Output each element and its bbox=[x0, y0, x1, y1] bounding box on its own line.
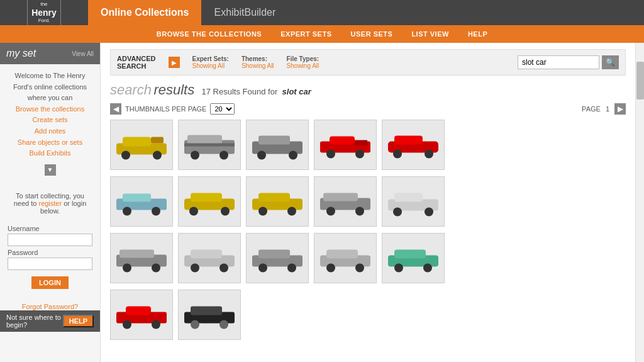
svg-point-21 bbox=[393, 150, 402, 159]
thumb-item-10[interactable] bbox=[382, 176, 445, 227]
sidebar-content: Welcome to The Henry Ford's online colle… bbox=[0, 64, 100, 187]
create-sets-link[interactable]: Create sets bbox=[8, 115, 92, 126]
thumb-item-12[interactable] bbox=[178, 233, 241, 283]
results-title-prefix: search bbox=[110, 82, 152, 98]
prev-page-button[interactable]: ◀ bbox=[110, 103, 121, 115]
svg-point-46 bbox=[152, 264, 160, 273]
svg-point-62 bbox=[423, 264, 432, 273]
svg-point-17 bbox=[355, 150, 364, 159]
browse-collections-link[interactable]: Browse the collections bbox=[8, 104, 92, 115]
svg-point-53 bbox=[258, 264, 267, 273]
thumb-item-2[interactable] bbox=[178, 120, 241, 170]
thumb-item-13[interactable] bbox=[246, 233, 309, 283]
share-objects-link[interactable]: Share objects or sets bbox=[8, 137, 92, 149]
adv-label-2: SEARCH bbox=[117, 62, 146, 70]
svg-point-33 bbox=[258, 207, 267, 216]
thumb-row-3 bbox=[110, 233, 626, 283]
search-input[interactable] bbox=[518, 55, 599, 69]
dropdown-arrow[interactable]: ▼ bbox=[45, 164, 56, 176]
svg-point-22 bbox=[425, 150, 433, 159]
advanced-search-play-button[interactable]: ▶ bbox=[169, 57, 180, 68]
register-link[interactable]: register bbox=[38, 200, 62, 207]
svg-point-7 bbox=[191, 151, 199, 160]
advanced-search-label: ADVANCED SEARCH bbox=[117, 55, 156, 70]
thumb-item-4[interactable] bbox=[314, 120, 377, 170]
svg-point-66 bbox=[152, 320, 160, 329]
svg-rect-18 bbox=[355, 140, 367, 145]
thumb-item-14[interactable] bbox=[314, 233, 377, 283]
svg-rect-48 bbox=[191, 250, 222, 259]
svg-rect-4 bbox=[151, 137, 164, 144]
nav-user-sets[interactable]: USER SETS bbox=[351, 30, 393, 38]
login-button[interactable]: LOGIN bbox=[31, 276, 69, 289]
svg-point-57 bbox=[326, 264, 335, 273]
thumb-item-11[interactable] bbox=[110, 233, 173, 283]
svg-point-50 bbox=[219, 264, 228, 273]
file-types-value[interactable]: Showing All bbox=[287, 62, 319, 69]
page-label: PAGE bbox=[582, 105, 601, 113]
svg-point-61 bbox=[394, 264, 403, 273]
expert-sets-filter: Expert Sets: Showing All bbox=[192, 55, 229, 69]
per-page-select[interactable]: 20 40 60 bbox=[210, 103, 235, 115]
thumb-item-1[interactable] bbox=[110, 120, 173, 170]
build-exhibits-link[interactable]: Build Exhibits bbox=[8, 148, 92, 159]
logo: the Henry Ford. bbox=[27, 0, 61, 26]
nav-expert-sets[interactable]: EXPERT SETS bbox=[280, 30, 331, 38]
thumb-item-9[interactable] bbox=[314, 176, 377, 227]
nav-browse[interactable]: BROWSE THE COLLECTIONS bbox=[157, 30, 262, 38]
svg-rect-11 bbox=[258, 136, 290, 145]
thumb-item-8[interactable] bbox=[246, 176, 309, 227]
svg-rect-52 bbox=[258, 250, 290, 259]
scrollbar[interactable] bbox=[635, 43, 644, 362]
nav-help[interactable]: HELP bbox=[468, 30, 487, 38]
svg-rect-36 bbox=[323, 193, 358, 201]
search-button[interactable]: 🔍 bbox=[602, 55, 619, 69]
welcome-text: Welcome to The Henry Ford's online colle… bbox=[13, 72, 87, 101]
results-area: ADVANCED SEARCH ▶ Expert Sets: Showing A… bbox=[101, 43, 635, 362]
thumb-item-3[interactable] bbox=[246, 120, 309, 170]
svg-rect-24 bbox=[123, 194, 151, 202]
svg-point-3 bbox=[153, 151, 162, 160]
thumb-navigation: ◀ THUMBNAILS PER PAGE 20 40 60 PAGE 1 ▶ bbox=[110, 103, 626, 115]
thumb-per-page-label: THUMBNAILS PER PAGE bbox=[125, 105, 206, 113]
svg-rect-56 bbox=[326, 250, 358, 259]
exhibit-builder-tab[interactable]: ExhibitBuilder bbox=[201, 0, 288, 25]
svg-rect-64 bbox=[126, 307, 151, 315]
thumb-item-17[interactable] bbox=[178, 290, 241, 340]
next-page-button[interactable]: ▶ bbox=[614, 103, 626, 115]
page-number: 1 bbox=[606, 105, 609, 113]
svg-point-34 bbox=[287, 207, 296, 216]
svg-point-58 bbox=[355, 264, 364, 273]
svg-point-12 bbox=[257, 151, 266, 160]
thumb-item-15[interactable] bbox=[382, 233, 445, 283]
svg-rect-44 bbox=[119, 250, 154, 258]
svg-rect-1 bbox=[123, 137, 151, 147]
username-input[interactable] bbox=[8, 234, 92, 246]
svg-rect-60 bbox=[394, 250, 426, 259]
thumb-item-5[interactable] bbox=[382, 120, 445, 170]
nav-bar: BROWSE THE COLLECTIONS EXPERT SETS USER … bbox=[0, 25, 644, 43]
online-collections-tab[interactable]: Online Collections bbox=[88, 0, 201, 25]
svg-point-41 bbox=[393, 208, 402, 217]
my-set-title: my set bbox=[6, 48, 36, 59]
themes-value[interactable]: Showing All bbox=[242, 62, 274, 69]
collect-text: To start collecting, you need to registe… bbox=[0, 187, 100, 220]
help-button[interactable]: HELP bbox=[63, 315, 94, 327]
forgot-password-link[interactable]: Forgot Password? bbox=[0, 303, 100, 310]
thumb-item-16[interactable] bbox=[110, 290, 173, 340]
svg-point-54 bbox=[287, 264, 296, 273]
password-input[interactable] bbox=[8, 257, 92, 270]
thumb-item-7[interactable] bbox=[178, 176, 241, 227]
svg-rect-28 bbox=[191, 193, 222, 202]
view-all-link[interactable]: View All bbox=[72, 50, 94, 57]
thumb-row-1 bbox=[110, 120, 626, 170]
main: my set View All Welcome to The Henry For… bbox=[0, 43, 644, 362]
login-section: Username Password LOGIN bbox=[0, 220, 100, 298]
expert-sets-value[interactable]: Showing All bbox=[192, 62, 229, 69]
nav-list-view[interactable]: LIST VIEW bbox=[411, 30, 449, 38]
add-notes-link[interactable]: Add notes bbox=[8, 126, 92, 137]
svg-point-25 bbox=[123, 207, 131, 216]
svg-point-49 bbox=[191, 264, 199, 273]
thumb-item-6[interactable] bbox=[110, 176, 173, 227]
svg-point-26 bbox=[152, 207, 160, 216]
